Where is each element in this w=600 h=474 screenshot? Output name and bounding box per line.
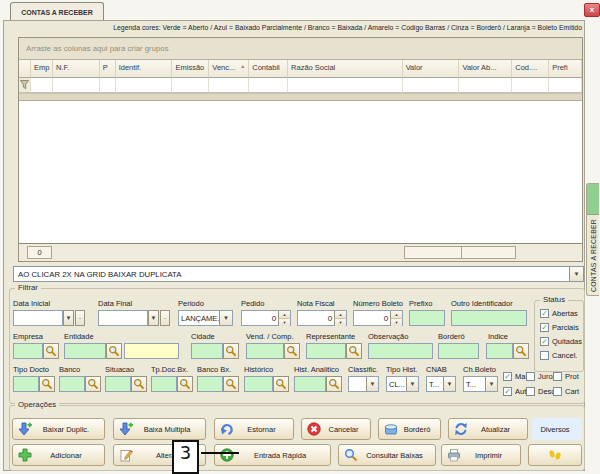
- baixa-multipla-button[interactable]: Baixa Multipla: [113, 418, 206, 440]
- diversos-button[interactable]: Diversos: [532, 418, 582, 440]
- column-header-emiss-o[interactable]: Emissão: [172, 60, 209, 78]
- cidade-lookup-button[interactable]: [223, 343, 239, 359]
- situacao-input[interactable]: [105, 376, 131, 392]
- bordero-input[interactable]: [438, 343, 479, 359]
- grid-filter-cell[interactable]: [512, 78, 549, 93]
- tipo-docto-lookup-button[interactable]: [39, 376, 55, 392]
- tp-doc-bx-input[interactable]: [151, 376, 177, 392]
- historico-lookup-button[interactable]: [273, 376, 289, 392]
- close-button[interactable]: x: [584, 3, 600, 17]
- baixar-duplic-button[interactable]: Baixar Duplic.: [12, 418, 105, 440]
- bordero-button[interactable]: Borderô: [378, 418, 441, 440]
- consultar-baixas-button[interactable]: Consultar Baixas: [338, 444, 436, 466]
- spinner-icons[interactable]: ▲▼: [334, 311, 346, 325]
- entrada-rapida-button[interactable]: Entrada Rápida: [214, 444, 331, 466]
- chevron-down-icon[interactable]: ▼: [406, 377, 418, 391]
- grid-body[interactable]: [19, 101, 582, 243]
- imprimir-button[interactable]: Imprimir: [441, 444, 521, 466]
- grid-filter-cell[interactable]: [100, 78, 116, 93]
- pedido-stepper[interactable]: 0 ▲▼: [241, 310, 291, 326]
- banco-bx-lookup-button[interactable]: [223, 376, 239, 392]
- checkbox-parciais[interactable]: Parciais: [540, 323, 579, 332]
- estornar-button[interactable]: Estornar: [214, 418, 294, 440]
- data-inicial-clear-button[interactable]: -: [75, 310, 85, 326]
- chevron-down-icon[interactable]: ▼: [219, 311, 232, 325]
- data-final-clear-button[interactable]: -: [160, 310, 170, 326]
- checkbox-cart[interactable]: Cart: [553, 387, 579, 396]
- outro-identificador-input[interactable]: [451, 310, 527, 326]
- checkbox-cancel[interactable]: Cancel.: [540, 351, 577, 360]
- chevron-down-icon[interactable]: ▼: [485, 377, 497, 391]
- footprints-button[interactable]: [528, 444, 582, 466]
- grid-action-combo[interactable]: AO CLICAR 2X NA GRID BAIXAR DUPLICATA ▼: [13, 266, 584, 282]
- representante-input[interactable]: [306, 343, 346, 359]
- empresa-input[interactable]: [13, 343, 43, 359]
- cidade-input[interactable]: [191, 343, 223, 359]
- tp-doc-bx-lookup-button[interactable]: [177, 376, 193, 392]
- column-header-raz-o-social[interactable]: Razão Social: [288, 60, 403, 78]
- tab-contas-a-receber[interactable]: CONTAS A RECEBER: [10, 2, 104, 21]
- column-header-valor[interactable]: Valor: [403, 60, 460, 78]
- column-header-prefi[interactable]: Prefi: [549, 60, 582, 78]
- empresa-lookup-button[interactable]: [43, 343, 59, 359]
- checkbox-aut[interactable]: Aut: [503, 387, 526, 396]
- entidade-input[interactable]: [64, 343, 106, 359]
- grid-filter-cell[interactable]: [209, 78, 249, 93]
- tipo-hist-select[interactable]: CL... ▼: [386, 376, 419, 392]
- situacao-lookup-button[interactable]: [131, 376, 147, 392]
- data-final-input[interactable]: [98, 310, 148, 326]
- vend-comp-lookup-button[interactable]: [284, 343, 300, 359]
- column-header-cod-[interactable]: Cod....: [512, 60, 549, 78]
- grid-filter-cell[interactable]: [549, 78, 582, 93]
- historico-input[interactable]: [244, 376, 273, 392]
- classific-select[interactable]: ▼: [348, 376, 379, 392]
- indice-input[interactable]: [486, 343, 513, 359]
- hist-analitico-input[interactable]: [294, 376, 326, 392]
- banco-lookup-button[interactable]: [85, 376, 101, 392]
- side-tab-contas-a-receber[interactable]: CONTAS A RECEBER: [586, 183, 599, 296]
- representante-lookup-button[interactable]: [346, 343, 362, 359]
- column-header-contabil[interactable]: Contabil: [249, 60, 288, 78]
- chevron-down-icon[interactable]: ▼: [366, 377, 378, 391]
- chevron-down-icon[interactable]: ▼: [443, 377, 455, 391]
- adicionar-button[interactable]: Adicionar: [12, 444, 105, 466]
- checkbox-desc[interactable]: Desc: [526, 387, 555, 396]
- grid-filter-cell[interactable]: [403, 78, 460, 93]
- column-header-valor-ab-[interactable]: Valor Ab...: [459, 60, 512, 78]
- column-header-n-f-[interactable]: N.F.: [53, 60, 100, 78]
- chevron-down-icon[interactable]: ▼: [569, 267, 583, 281]
- column-header-identif-[interactable]: Identif.: [116, 60, 173, 78]
- data-final-dropdown-icon[interactable]: ▼: [148, 310, 159, 326]
- checkbox-prot[interactable]: Prot: [553, 372, 579, 381]
- group-by-bar[interactable]: Arraste as colunas aqui para criar grupo…: [19, 38, 582, 60]
- spinner-icons[interactable]: ▲▼: [390, 311, 402, 325]
- entidade-lookup-button[interactable]: [106, 343, 122, 359]
- cnab-select[interactable]: T... ▼: [426, 376, 456, 392]
- nota-fiscal-stepper[interactable]: 0 ▲▼: [297, 310, 347, 326]
- grid-filter-cell[interactable]: [31, 78, 53, 93]
- cancelar-button[interactable]: Cancelar: [301, 418, 371, 440]
- grid-filter-cell[interactable]: [459, 78, 512, 93]
- banco-bx-input[interactable]: [197, 376, 223, 392]
- periodo-select[interactable]: LANÇAME... ▼: [178, 310, 233, 326]
- observacao-input[interactable]: [368, 343, 433, 359]
- entidade-name-input[interactable]: [124, 343, 179, 359]
- checkbox-quitadas[interactable]: Quitadas: [540, 337, 582, 346]
- grid-filter-cell[interactable]: [172, 78, 209, 93]
- numero-boleto-stepper[interactable]: 0 ▲▼: [353, 310, 403, 326]
- checkbox-juros[interactable]: Juros: [526, 372, 556, 381]
- hist-analitico-lookup-button[interactable]: [326, 376, 342, 392]
- vend-comp-input[interactable]: [246, 343, 284, 359]
- prefixo-input[interactable]: [409, 310, 445, 326]
- filter-funnel-cell[interactable]: [19, 78, 31, 93]
- column-header-p[interactable]: P: [100, 60, 116, 78]
- atualizar-button[interactable]: Atualizar: [448, 418, 528, 440]
- column-header-emp[interactable]: Emp: [31, 60, 53, 78]
- indice-lookup-button[interactable]: [513, 343, 529, 359]
- ch-boleto-select[interactable]: T... ▼: [463, 376, 498, 392]
- banco-input[interactable]: [59, 376, 85, 392]
- grid-filter-cell[interactable]: [53, 78, 100, 93]
- spinner-icons[interactable]: ▲▼: [278, 311, 290, 325]
- column-header-venc-[interactable]: Venc...▲: [209, 60, 249, 78]
- checkbox-abertas[interactable]: Abertas: [540, 309, 578, 318]
